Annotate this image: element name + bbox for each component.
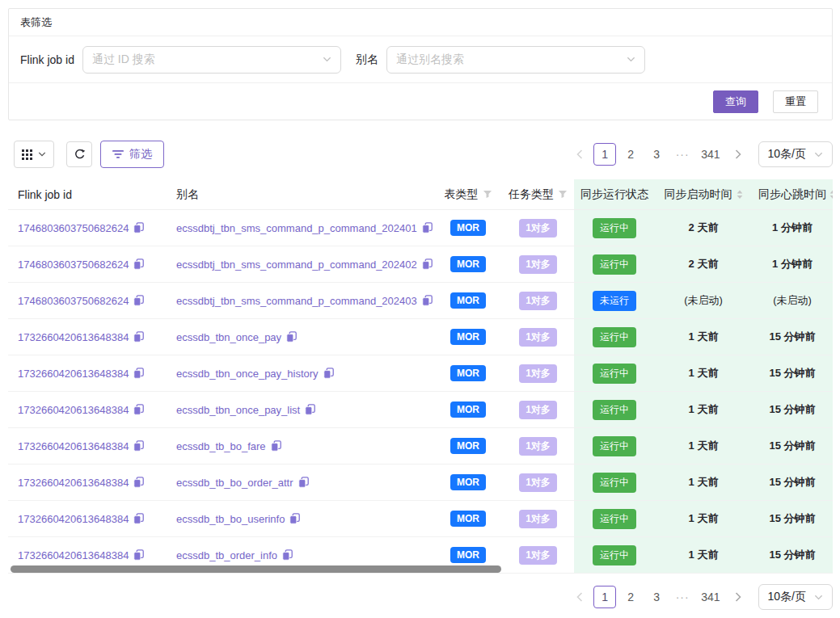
- table-row[interactable]: 1732660420613648384 ecssdb_tbn_once_pay_…: [8, 355, 833, 392]
- cell-task-type: 1对多: [502, 283, 574, 318]
- cell-table-type: MOR: [434, 465, 502, 500]
- column-settings-button[interactable]: [14, 141, 54, 168]
- start-time-value: 1 天前: [689, 366, 719, 380]
- page-number[interactable]: 2: [619, 586, 642, 608]
- refresh-button[interactable]: [66, 141, 92, 167]
- alias-link[interactable]: ecssdb_tb_bo_userinfo: [176, 513, 285, 525]
- flink-job-id-link[interactable]: 1732660420613648384: [18, 549, 129, 561]
- cell-task-type: 1对多: [502, 465, 574, 500]
- alias-link[interactable]: ecssdbtj_tbn_sms_command_p_command_20240…: [176, 222, 417, 234]
- page-number[interactable]: 341: [697, 586, 724, 608]
- table-row[interactable]: 1732660420613648384 ecssdb_tb_bo_fare MO…: [8, 428, 833, 465]
- status-tag: 运行中: [593, 327, 636, 347]
- cell-task-type: 1对多: [502, 537, 574, 573]
- alias-link[interactable]: ecssdb_tbn_once_pay_history: [176, 368, 319, 380]
- header-sync-status: 同步运行状态: [574, 179, 655, 209]
- flink-job-id-link[interactable]: 1732660420613648384: [18, 368, 129, 380]
- table-row[interactable]: 1746803603750682624 ecssdbtj_tbn_sms_com…: [8, 283, 833, 319]
- page-number[interactable]: 2: [619, 143, 642, 166]
- copy-icon[interactable]: [133, 549, 144, 561]
- flink-job-id-select[interactable]: 通过 ID 搜索: [82, 46, 341, 74]
- copy-icon[interactable]: [289, 513, 300, 524]
- copy-icon[interactable]: [282, 549, 293, 561]
- copy-icon[interactable]: [298, 477, 309, 488]
- copy-icon[interactable]: [286, 331, 297, 343]
- copy-icon[interactable]: [133, 222, 144, 233]
- alias-link[interactable]: ecssdbtj_tbn_sms_command_p_command_20240…: [176, 295, 417, 307]
- page-number[interactable]: 1: [593, 586, 616, 608]
- page-size-select[interactable]: 10条/页: [758, 141, 833, 167]
- prev-page-icon[interactable]: [569, 143, 590, 166]
- copy-icon[interactable]: [133, 295, 144, 306]
- flink-job-id-link[interactable]: 1732660420613648384: [18, 513, 129, 525]
- copy-icon[interactable]: [422, 259, 433, 270]
- copy-icon[interactable]: [133, 331, 144, 343]
- cell-heartbeat-time: 15 分钟前: [752, 355, 833, 391]
- cell-heartbeat-time: 1 分钟前: [752, 210, 833, 246]
- flink-job-id-link[interactable]: 1732660420613648384: [18, 477, 129, 489]
- table-row[interactable]: 1746803603750682624 ecssdbtj_tbn_sms_com…: [8, 246, 833, 283]
- refresh-icon: [74, 149, 86, 161]
- table-row[interactable]: 1746803603750682624 ecssdbtj_tbn_sms_com…: [8, 210, 833, 246]
- sorter-icon[interactable]: [737, 190, 743, 200]
- reset-button[interactable]: 重置: [773, 90, 818, 113]
- alias-link[interactable]: ecssdbtj_tbn_sms_command_p_command_20240…: [176, 259, 417, 271]
- prev-page-icon[interactable]: [569, 586, 590, 608]
- alias-link[interactable]: ecssdb_tbn_once_pay: [176, 331, 281, 343]
- cell-table-type: MOR: [434, 392, 502, 427]
- query-button[interactable]: 查询: [713, 90, 758, 113]
- cell-alias: ecssdbtj_tbn_sms_command_p_command_20240…: [176, 283, 434, 318]
- table-filter-card: 表筛选 Flink job id 通过 ID 搜索 别名 通过别名搜索 查询 重…: [8, 8, 833, 120]
- copy-icon[interactable]: [133, 440, 144, 452]
- filter-button-label: 筛选: [129, 147, 152, 162]
- table-row[interactable]: 1732660420613648384 ecssdb_tb_bo_userinf…: [8, 501, 833, 537]
- filter-button[interactable]: 筛选: [100, 141, 164, 168]
- cell-start-time: 2 天前: [655, 210, 752, 246]
- page-size-select[interactable]: 10条/页: [758, 584, 833, 610]
- table-row[interactable]: 1732660420613648384 ecssdb_tbn_once_pay …: [8, 319, 833, 355]
- cell-sync-status: 运行中: [574, 246, 655, 282]
- flink-job-id-link[interactable]: 1746803603750682624: [18, 222, 129, 234]
- page-ellipsis[interactable]: ···: [671, 586, 694, 608]
- copy-icon[interactable]: [271, 440, 281, 452]
- alias-link[interactable]: ecssdb_tb_bo_fare: [176, 440, 266, 452]
- cell-sync-status: 运行中: [574, 465, 655, 500]
- cell-table-type: MOR: [434, 283, 502, 318]
- filter-funnel-icon[interactable]: [558, 190, 568, 199]
- next-page-icon[interactable]: [728, 143, 749, 166]
- copy-icon[interactable]: [133, 259, 144, 270]
- flink-job-id-link[interactable]: 1732660420613648384: [18, 331, 129, 343]
- task-type-tag: 1对多: [519, 219, 557, 238]
- cell-alias: ecssdb_tb_bo_userinfo: [176, 501, 434, 536]
- sorter-icon[interactable]: [829, 190, 833, 200]
- table-row[interactable]: 1732660420613648384 ecssdb_tb_bo_order_a…: [8, 465, 833, 501]
- flink-job-id-link[interactable]: 1732660420613648384: [18, 404, 129, 416]
- page-ellipsis[interactable]: ···: [671, 143, 694, 166]
- cell-alias: ecssdb_tb_bo_order_attr: [176, 465, 434, 500]
- filter-funnel-icon[interactable]: [483, 190, 492, 199]
- alias-link[interactable]: ecssdb_tb_order_info: [176, 549, 277, 561]
- next-page-icon[interactable]: [728, 586, 749, 608]
- copy-icon[interactable]: [133, 513, 144, 524]
- page-number[interactable]: 341: [697, 143, 724, 166]
- copy-icon[interactable]: [422, 222, 433, 233]
- copy-icon[interactable]: [305, 404, 315, 415]
- copy-icon[interactable]: [133, 368, 144, 379]
- flink-job-id-link[interactable]: 1746803603750682624: [18, 259, 129, 271]
- cell-task-type: 1对多: [502, 392, 574, 427]
- page-number[interactable]: 3: [645, 143, 668, 166]
- copy-icon[interactable]: [133, 477, 144, 488]
- copy-icon[interactable]: [323, 368, 334, 379]
- flink-job-id-link[interactable]: 1746803603750682624: [18, 295, 129, 307]
- filter-card-title: 表筛选: [9, 9, 832, 36]
- copy-icon[interactable]: [133, 404, 144, 415]
- table-row[interactable]: 1732660420613648384 ecssdb_tbn_once_pay_…: [8, 392, 833, 428]
- alias-select[interactable]: 通过别名搜索: [386, 46, 645, 74]
- page-number[interactable]: 3: [645, 586, 668, 608]
- page-number[interactable]: 1: [593, 143, 616, 166]
- copy-icon[interactable]: [422, 295, 433, 306]
- horizontal-scrollbar[interactable]: [11, 565, 501, 573]
- flink-job-id-link[interactable]: 1732660420613648384: [18, 440, 129, 452]
- alias-link[interactable]: ecssdb_tb_bo_order_attr: [176, 477, 293, 489]
- alias-link[interactable]: ecssdb_tbn_once_pay_list: [176, 404, 300, 416]
